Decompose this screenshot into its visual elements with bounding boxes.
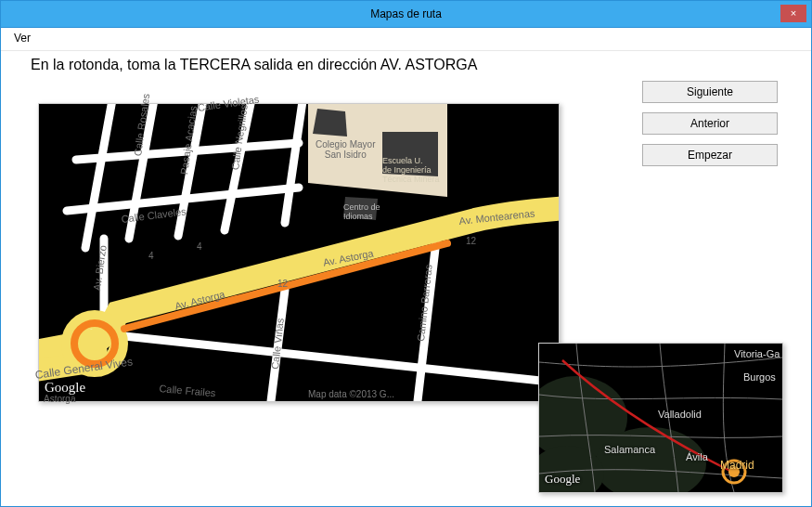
svg-line-12 bbox=[81, 332, 559, 383]
google-logo-mini: Google bbox=[545, 472, 580, 487]
poi-colegio: Colegio Mayor San Isidro bbox=[316, 139, 375, 160]
housenum-3: 12 bbox=[277, 279, 288, 289]
city-salamanca: Salamanca bbox=[604, 444, 655, 455]
svg-marker-1 bbox=[313, 109, 347, 136]
poi-centro: Centro de Idiomas bbox=[343, 202, 380, 221]
city-vitoria: Vitoria-Ga bbox=[734, 348, 780, 359]
window-title: Mapas de ruta bbox=[1, 1, 811, 27]
housenum-1: 4 bbox=[148, 251, 154, 261]
titlebar: Mapas de ruta × bbox=[1, 1, 811, 28]
map-attribution: Map data ©2013 G... bbox=[308, 389, 551, 399]
city-burgos: Burgos bbox=[743, 371, 776, 383]
city-valladolid: Valladolid bbox=[658, 409, 702, 420]
next-button[interactable]: Siguiente bbox=[642, 81, 778, 103]
housenum-4: 12 bbox=[466, 236, 476, 246]
google-logo: Google bbox=[45, 380, 85, 396]
svg-line-8 bbox=[285, 104, 303, 223]
prev-button[interactable]: Anterior bbox=[642, 112, 778, 135]
close-button[interactable]: × bbox=[780, 5, 806, 22]
svg-line-4 bbox=[85, 104, 113, 248]
start-button[interactable]: Empezar bbox=[642, 144, 778, 166]
city-madrid: Madrid bbox=[720, 459, 754, 472]
menubar: Ver bbox=[1, 28, 811, 51]
housenum-2: 4 bbox=[197, 241, 202, 252]
instruction-text: En la rotonda, toma la TERCERA salida en… bbox=[31, 57, 804, 73]
main-map[interactable]: Av. Astorga Av. Astorga Av. Montearenas … bbox=[38, 103, 560, 402]
mini-map[interactable]: Madrid Valladolid Salamanca Ávila Burgos… bbox=[538, 343, 783, 493]
menu-ver[interactable]: Ver bbox=[6, 30, 38, 46]
city-avila: Ávila bbox=[686, 451, 708, 462]
poi-escuela: Escuela U. de Ingeniería Técnica Minera bbox=[382, 156, 440, 184]
